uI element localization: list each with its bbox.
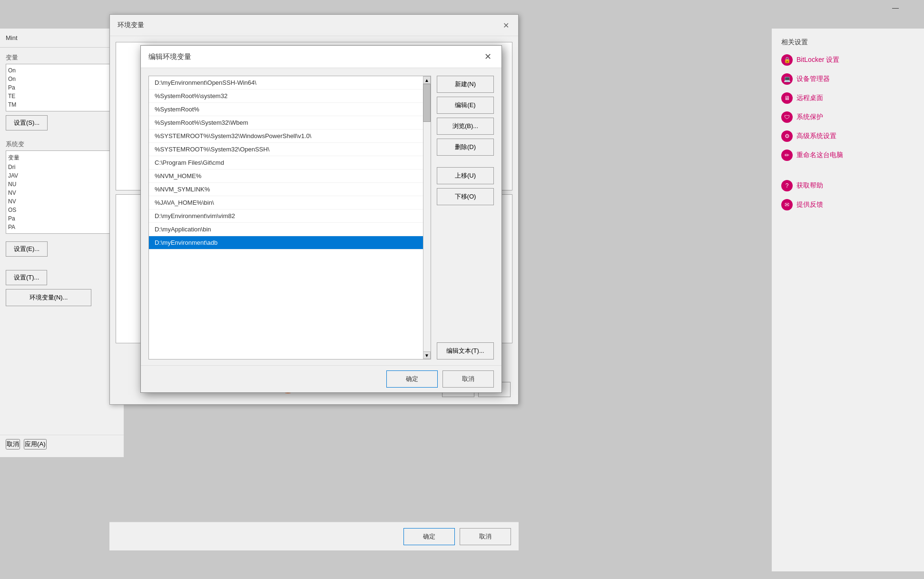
path-item[interactable]: %SYSTEMROOT%\System32\WindowsPowerShell\…: [149, 130, 431, 143]
browse-button[interactable]: 浏览(B)...: [437, 118, 494, 135]
settings-e-button[interactable]: 设置(E)...: [6, 241, 48, 257]
path-item[interactable]: %SystemRoot%\system32: [149, 90, 431, 103]
scrollbar-thumb[interactable]: [423, 84, 431, 122]
path-item[interactable]: D:\myApplication\bin: [149, 223, 431, 236]
minimize-button[interactable]: —: [886, 0, 905, 15]
sys-var-row: PA: [8, 223, 116, 231]
bitlocker-icon: 🔒: [781, 54, 793, 66]
env-dialog-bottom-bar: 确定 取消: [109, 522, 519, 550]
edit-text-button[interactable]: 编辑文本(T)...: [437, 342, 494, 359]
sys-var-row: NV: [8, 189, 116, 197]
env-outer-cancel-button[interactable]: 取消: [460, 528, 511, 545]
sys-var-row: Dri: [8, 163, 116, 171]
give-feedback-icon: ✉: [781, 199, 793, 210]
system-protection-icon: 🛡: [781, 111, 793, 123]
path-item[interactable]: D:\myEnvironment\OpenSSH-Win64\: [149, 76, 431, 90]
give-feedback-label: 提供反馈: [796, 200, 823, 209]
edit-dialog-close-button[interactable]: ✕: [482, 50, 494, 63]
sys-var-row: 变量: [8, 153, 116, 163]
edit-button[interactable]: 编辑(E): [437, 97, 494, 114]
path-item[interactable]: %NVM_HOME%: [149, 170, 431, 183]
sys-var-row: NU: [8, 180, 116, 189]
user-var-row: TE: [8, 92, 116, 100]
remote-desktop-label: 远程桌面: [796, 94, 823, 102]
sys-var-row: OS: [8, 206, 116, 214]
sys-var-row: JAV: [8, 171, 116, 180]
env-dialog-title: 环境变量: [118, 21, 144, 30]
rename-pc-icon: ✏: [781, 150, 793, 161]
confirm-button[interactable]: 确定: [386, 370, 438, 388]
device-manager-link[interactable]: 💻 设备管理器: [781, 73, 914, 85]
cancel-button[interactable]: 取消: [442, 370, 494, 388]
advanced-settings-link[interactable]: ⚙ 高级系统设置: [781, 130, 914, 142]
env-vars-button[interactable]: 环境变量(N)...: [6, 289, 91, 306]
scrollbar-down-arrow[interactable]: ▼: [423, 351, 431, 359]
scrollbar-track: [423, 84, 431, 351]
path-list-container: D:\myEnvironment\OpenSSH-Win64\ %SystemR…: [148, 76, 431, 359]
advanced-settings-icon: ⚙: [781, 130, 793, 142]
sys-var-row: Pa: [8, 214, 116, 223]
env-outer-ok-button[interactable]: 确定: [403, 528, 455, 545]
get-help-link[interactable]: ? 获取帮助: [781, 180, 914, 191]
system-properties-window: Mint ✕ 变量 On On Pa TE TM 设置(S)... 系统变 变量…: [0, 29, 124, 457]
get-help-label: 获取帮助: [796, 181, 823, 190]
settings-t-button[interactable]: 设置(T)...: [6, 270, 47, 285]
device-manager-label: 设备管理器: [796, 75, 830, 83]
user-var-row: On: [8, 66, 116, 75]
device-manager-icon: 💻: [781, 73, 793, 85]
move-down-button[interactable]: 下移(O): [437, 188, 494, 205]
apply-button-left[interactable]: 应用(A): [24, 439, 47, 449]
move-up-button[interactable]: 上移(U): [437, 167, 494, 184]
bitlocker-link[interactable]: 🔒 BitLocker 设置: [781, 54, 914, 66]
path-item[interactable]: %NVM_SYMLINK%: [149, 183, 431, 196]
path-list: D:\myEnvironment\OpenSSH-Win64\ %SystemR…: [149, 76, 431, 359]
system-properties-title: Mint: [6, 34, 18, 41]
env-dialog-close-icon[interactable]: ✕: [501, 20, 511, 30]
cancel-button-left[interactable]: 取消: [6, 439, 20, 449]
give-feedback-link[interactable]: ✉ 提供反馈: [781, 199, 914, 210]
path-item[interactable]: %JAVA_HOME%\bin\: [149, 196, 431, 210]
scrollbar-up-arrow[interactable]: ▲: [423, 76, 431, 84]
path-item[interactable]: %SystemRoot%: [149, 103, 431, 116]
edit-action-buttons: 新建(N) 编辑(E) 浏览(B)... 删除(D) 上移(U) 下移(O) 编…: [437, 76, 494, 359]
remote-desktop-link[interactable]: 🖥 远程桌面: [781, 92, 914, 104]
edit-env-dialog: 编辑环境变量 ✕ D:\myEnvironment\OpenSSH-Win64\…: [140, 45, 502, 393]
bitlocker-label: BitLocker 设置: [796, 56, 839, 64]
user-var-row: On: [8, 75, 116, 83]
remote-desktop-icon: 🖥: [781, 92, 793, 104]
path-item[interactable]: %SystemRoot%\System32\Wbem: [149, 116, 431, 130]
get-help-icon: ?: [781, 180, 793, 191]
delete-button[interactable]: 删除(D): [437, 139, 494, 156]
path-item-selected[interactable]: D:\myEnvironment\adb: [149, 236, 431, 250]
rename-pc-link[interactable]: ✏ 重命名这台电脑: [781, 150, 914, 161]
right-panel: 相关设置 🔒 BitLocker 设置 💻 设备管理器 🖥 远程桌面 🛡 系统保…: [772, 29, 924, 571]
edit-dialog-title: 编辑环境变量: [148, 52, 191, 61]
advanced-settings-label: 高级系统设置: [796, 132, 836, 140]
user-var-row: TM: [8, 100, 116, 109]
related-settings-title: 相关设置: [781, 38, 914, 47]
edit-dialog-footer: 确定 取消: [141, 365, 501, 392]
settings-s-button[interactable]: 设置(S)...: [6, 115, 48, 130]
sys-var-row: NV: [8, 197, 116, 206]
user-var-row: Pa: [8, 83, 116, 92]
user-var-label: 变量: [6, 53, 118, 62]
path-item[interactable]: %SYSTEMROOT%\System32\OpenSSH\: [149, 143, 431, 156]
path-item[interactable]: D:\myEnvironment\vim\vim82: [149, 210, 431, 223]
rename-pc-label: 重命名这台电脑: [796, 151, 843, 160]
system-protection-link[interactable]: 🛡 系统保护: [781, 111, 914, 123]
sys-var-label: 系统变: [6, 140, 118, 149]
system-protection-label: 系统保护: [796, 113, 823, 121]
new-button[interactable]: 新建(N): [437, 76, 494, 93]
path-item[interactable]: C:\Program Files\Git\cmd: [149, 156, 431, 170]
